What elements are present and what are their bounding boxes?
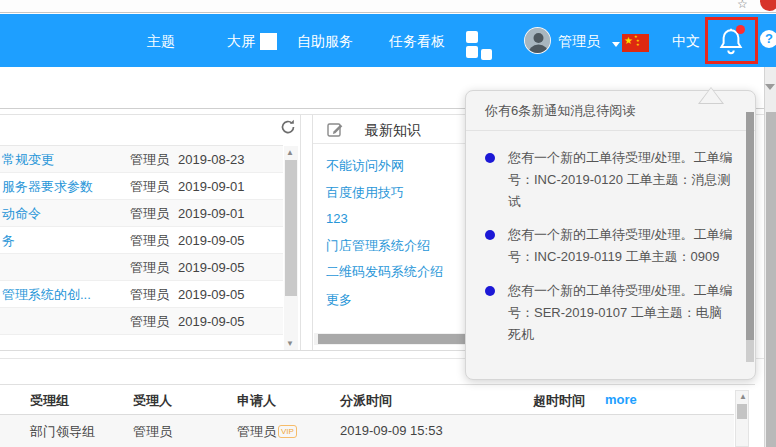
notification-item[interactable]: 您有一个新的工单待受理/处理。工单编号：SER-2019-0107 工单主题：电… xyxy=(485,280,735,345)
unread-dot-icon xyxy=(485,286,495,296)
scrollbar-thumb[interactable] xyxy=(766,112,776,447)
list-item: 管理员 2019-09-05 xyxy=(0,254,283,281)
annotation-highlight-box xyxy=(705,17,758,64)
notification-popup: 你有6条新通知消息待阅读 您有一个新的工单待受理/处理。工单编号：INC-201… xyxy=(465,90,756,380)
apps-grid-icon[interactable] xyxy=(462,31,492,61)
notification-text: 您有一个新的工单待受理/处理。工单编号：INC-2019-0120 工单主题：消… xyxy=(508,147,734,212)
notification-text: 您有一个新的工单待受理/处理。工单编号：SER-2019-0107 工单主题：电… xyxy=(508,280,734,345)
item-link[interactable]: 管理系统的创... xyxy=(2,281,91,308)
knowledge-link[interactable]: 门店管理系统介绍 xyxy=(326,233,443,260)
list-item: 动命令 管理员 2019-09-01 xyxy=(0,200,283,227)
col-header: 超时时间 xyxy=(533,392,585,410)
knowledge-link[interactable]: 123 xyxy=(326,206,443,233)
item-link[interactable]: 动命令 xyxy=(2,200,41,227)
item-date: 2019-09-05 xyxy=(178,254,245,281)
panel-title: 最新知识 xyxy=(365,122,421,140)
tickets-table-header: 受理组 受理人 申请人 分派时间 超时时间 more xyxy=(0,385,734,414)
browser-toolbar: ☆ xyxy=(0,0,776,13)
list-item: 务 管理员 2019-09-05 xyxy=(0,227,283,254)
scroll-up-icon[interactable]: ▲ xyxy=(739,392,747,401)
notification-item[interactable]: 您有一个新的工单待受理/处理。工单编号：INC-2019-0120 工单主题：消… xyxy=(485,147,735,212)
col-header: 分派时间 xyxy=(340,392,392,410)
item-date: 2019-09-05 xyxy=(178,227,245,254)
top-navbar: 主题 大屏 自助服务 任务看板 管理员 ★ ★ ★ ★ 中文 ? xyxy=(0,14,776,67)
cell-time: 2019-09-09 15:53 xyxy=(340,423,443,438)
notification-item[interactable]: 您有一个新的工单待受理/处理。工单编号：INC-2019-0119 工单主题：0… xyxy=(485,224,735,268)
nav-item-theme[interactable]: 主题 xyxy=(147,33,175,51)
table-row: 部门领导组 管理员 管理员VIP 2019-09-09 15:53 xyxy=(0,415,734,447)
item-link[interactable]: 服务器要求参数 xyxy=(2,173,93,200)
item-date: 2019-09-01 xyxy=(178,200,245,227)
knowledge-link[interactable]: 二维码发码系统介绍 xyxy=(326,259,443,286)
popup-header: 你有6条新通知消息待阅读 xyxy=(466,91,755,131)
collapse-menu-icon[interactable] xyxy=(260,33,277,50)
item-date: 2019-09-05 xyxy=(178,308,245,335)
recent-items-list: 常规变更 管理员 2019-08-23 服务器要求参数 管理员 2019-09-… xyxy=(0,146,283,335)
item-user: 管理员 xyxy=(130,281,169,308)
nav-item-selfservice[interactable]: 自助服务 xyxy=(297,33,353,51)
more-link[interactable]: 更多 xyxy=(326,291,352,309)
knowledge-link[interactable]: 不能访问外网 xyxy=(326,153,443,180)
nav-item-taskboard[interactable]: 任务看板 xyxy=(389,33,445,51)
list-item: 管理系统的创... 管理员 2019-09-05 xyxy=(0,281,283,308)
item-user: 管理员 xyxy=(130,308,169,335)
col-header: 申请人 xyxy=(237,392,276,410)
item-user: 管理员 xyxy=(130,200,169,227)
panel-header: 最新知识 xyxy=(313,115,473,144)
china-flag-icon: ★ ★ ★ ★ xyxy=(622,34,649,52)
knowledge-links: 不能访问外网 百度使用技巧 123 门店管理系统介绍 二维码发码系统介绍 xyxy=(326,153,443,286)
notification-text: 您有一个新的工单待受理/处理。工单编号：INC-2019-0119 工单主题：0… xyxy=(508,224,734,268)
latest-knowledge-panel: 最新知识 不能访问外网 百度使用技巧 123 门店管理系统介绍 二维码发码系统介… xyxy=(312,115,472,350)
list-item: 管理员 2019-09-05 xyxy=(0,308,283,335)
page-scrollbar[interactable] xyxy=(764,67,776,447)
col-header: 受理组 xyxy=(30,392,69,410)
horizontal-scrollbar[interactable] xyxy=(314,333,473,345)
applicant-name: 管理员 xyxy=(237,424,276,439)
language-switcher[interactable]: 中文 xyxy=(672,33,700,51)
scroll-down-icon[interactable]: ▼ xyxy=(286,339,294,348)
scrollbar-thumb[interactable] xyxy=(285,160,297,296)
scrollbar-thumb[interactable] xyxy=(318,334,473,344)
recent-items-panel: 常规变更 管理员 2019-08-23 服务器要求参数 管理员 2019-09-… xyxy=(0,115,301,350)
app-window: 常规变更 管理员 2019-08-23 服务器要求参数 管理员 2019-09-… xyxy=(0,0,776,447)
unread-dot-icon xyxy=(485,230,495,240)
table-scrollbar[interactable]: ▲ xyxy=(735,390,749,447)
vip-badge: VIP xyxy=(278,425,297,438)
unread-dot-icon xyxy=(485,153,495,163)
knowledge-link[interactable]: 百度使用技巧 xyxy=(326,180,443,207)
user-menu[interactable]: 管理员 xyxy=(558,33,600,51)
extension-badge-icon[interactable] xyxy=(760,0,776,11)
col-header: 受理人 xyxy=(133,392,172,410)
popup-scrollbar[interactable] xyxy=(746,112,754,362)
item-link[interactable]: 常规变更 xyxy=(2,146,54,173)
scrollbar-thumb[interactable] xyxy=(737,404,747,419)
list-item: 服务器要求参数 管理员 2019-09-01 xyxy=(0,173,283,200)
bookmark-star-icon[interactable]: ☆ xyxy=(737,0,748,11)
item-user: 管理员 xyxy=(130,146,169,173)
user-avatar[interactable] xyxy=(524,27,551,54)
cell-handler: 管理员 xyxy=(133,423,172,441)
panel-scrollbar[interactable]: ▲ ▼ xyxy=(284,146,298,350)
chevron-down-icon xyxy=(765,84,775,95)
scroll-up-icon[interactable]: ▲ xyxy=(286,148,294,157)
item-user: 管理员 xyxy=(130,173,169,200)
edit-note-icon xyxy=(327,121,344,142)
notification-list: 您有一个新的工单待受理/处理。工单编号：INC-2019-0120 工单主题：消… xyxy=(485,147,735,358)
help-icon[interactable]: ? xyxy=(760,30,776,48)
refresh-icon[interactable] xyxy=(279,118,297,136)
nav-item-bigscreen[interactable]: 大屏 xyxy=(227,33,255,51)
scrollbar-thumb[interactable] xyxy=(746,112,754,340)
item-date: 2019-09-01 xyxy=(178,173,245,200)
more-link[interactable]: more xyxy=(605,392,637,407)
item-user: 管理员 xyxy=(130,227,169,254)
cell-applicant: 管理员VIP xyxy=(237,423,297,441)
list-item: 常规变更 管理员 2019-08-23 xyxy=(0,146,283,173)
chevron-down-icon xyxy=(612,42,620,51)
item-user: 管理员 xyxy=(130,254,169,281)
item-link[interactable]: 务 xyxy=(2,227,15,254)
cell-group: 部门领导组 xyxy=(30,423,95,441)
item-date: 2019-09-05 xyxy=(178,281,245,308)
item-date: 2019-08-23 xyxy=(178,146,245,173)
